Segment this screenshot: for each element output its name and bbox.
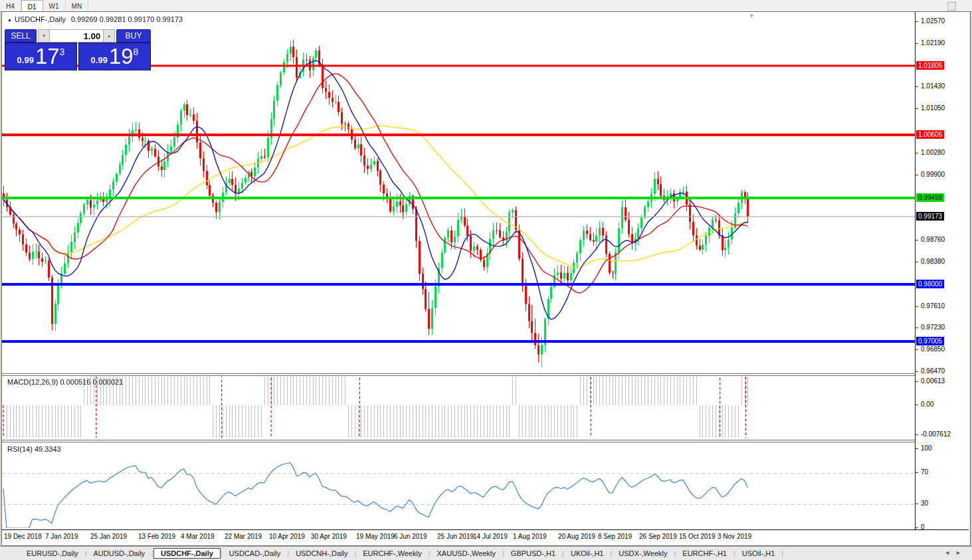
tick-dash (916, 262, 918, 262)
price-tick: 0.96850 (916, 345, 945, 353)
volume-input[interactable] (50, 29, 103, 43)
price-tick: 0.98380 (916, 258, 945, 265)
sell-price-prefix: 0.99 (17, 55, 34, 65)
date-label: 6 Jun 2019 (394, 533, 427, 540)
tick-dash (916, 349, 918, 350)
price-badge-pivot-line[interactable]: 0.99498 (916, 193, 944, 202)
price-badge-resistance-line[interactable]: 1.01806 (916, 61, 944, 70)
volume-stepper: ▾ ▴ (38, 29, 115, 43)
tick-dash (916, 175, 918, 175)
symbol-label: USDCHF-,Daily (15, 15, 66, 23)
chart-tab-eurchf-h1[interactable]: EURCHF-,H1 (676, 548, 733, 559)
tick-dash (916, 327, 918, 328)
sell-price-tile[interactable]: 0.99 17 3 (5, 43, 77, 70)
chart-tab-gbpusd-h1[interactable]: GBPUSD-,H1 (504, 548, 562, 559)
chart-tab-usdx-weekly[interactable]: USDX-,Weekly (612, 548, 674, 559)
chart-tab-usdchf-daily[interactable]: USDCHF-,Daily (153, 548, 221, 559)
macd-axis-value: 0.00 (921, 401, 933, 408)
chart-tab-usoil-h1[interactable]: USOil-,H1 (735, 548, 782, 559)
rsi-axis-value: 30 (921, 500, 928, 507)
price-badge-support-line[interactable]: 0.98000 (916, 280, 944, 288)
price-tick: 1.00280 (916, 149, 945, 156)
tick-dash (916, 504, 918, 504)
price-tick: 0.97610 (916, 302, 945, 310)
timeframe-tab-d1[interactable]: D1 (21, 0, 43, 11)
chart-tab-xauusd-weekly[interactable]: XAUUSD-,Weekly (431, 548, 502, 559)
price-axis[interactable]: 1.025701.021901.014301.010501.002800.999… (915, 12, 969, 529)
date-label: 1 Aug 2019 (513, 533, 547, 540)
volume-decrease-icon[interactable]: ▾ (38, 29, 50, 43)
tick-dash (916, 43, 918, 44)
price-tick-label: 0.97230 (921, 324, 945, 331)
tick-dash (916, 108, 918, 109)
buy-button[interactable]: BUY (116, 29, 151, 43)
tick-dash (916, 405, 918, 405)
price-tick-label: 0.98760 (921, 236, 945, 243)
toolbar-mini-button[interactable] (947, 2, 956, 11)
chart-tab-ukoil-h1[interactable]: UKOil-,H1 (564, 548, 611, 559)
tab-scroll-right-icon[interactable]: ► (955, 549, 967, 556)
price-tick-label: 1.02190 (921, 39, 945, 47)
macd-axis-value: -0.007612 (921, 430, 951, 438)
sell-price-pip: 3 (60, 47, 65, 57)
date-label: 30 Apr 2019 (311, 533, 347, 540)
chart-window: ▲USDCHF-,Daily0.99269 0.99281 0.99170 0.… (1, 11, 971, 546)
date-label: 7 Jan 2019 (45, 533, 78, 540)
macd-label: MACD(12,26,9) 0.000516 0.000021 (7, 378, 123, 386)
macd-axis-label: 0.00613 (916, 377, 945, 385)
chart-tab-usdcnh-daily[interactable]: USDCNH-,Daily (289, 548, 354, 559)
price-tick-label: 1.00280 (921, 149, 945, 156)
date-label: 19 Dec 2018 (4, 533, 42, 540)
price-tick: 0.97230 (916, 324, 945, 331)
tab-separator: | (781, 549, 783, 557)
tick-dash (916, 21, 918, 22)
price-tick: 0.99900 (916, 171, 945, 178)
tab-scroll-left-icon[interactable]: ◄ (944, 549, 955, 556)
tick-dash (916, 153, 918, 153)
chart-title: ▲USDCHF-,Daily0.99269 0.99281 0.99170 0.… (7, 15, 183, 23)
price-tick-label: 1.02570 (921, 17, 945, 25)
buy-price-big: 19 (109, 45, 134, 68)
time-axis[interactable]: 19 Dec 20187 Jan 201925 Jan 201913 Feb 2… (2, 529, 969, 545)
date-label: 19 May 2019 (356, 533, 395, 540)
price-badge-resistance-line[interactable]: 1.00606 (916, 130, 944, 139)
chart-tab-usdcad-daily[interactable]: USDCAD-,Daily (223, 548, 288, 559)
chart-tab-eurusd-daily[interactable]: EURUSD-,Daily (20, 548, 85, 559)
tick-dash (916, 472, 918, 473)
rsi-axis-label: 100 (916, 444, 932, 452)
price-tick-label: 0.97610 (921, 302, 945, 310)
chart-tab-audusd-daily[interactable]: AUDUSD-,Daily (86, 548, 151, 559)
ohlc-values: 0.99269 0.99281 0.99170 0.99173 (71, 15, 183, 23)
buy-price-pip: 8 (134, 47, 139, 57)
rsi-label: RSI(14) 49.3343 (7, 445, 61, 453)
date-label: 8 Sep 2019 (598, 533, 632, 540)
date-label: 25 Jan 2019 (90, 533, 127, 540)
price-tick: 0.96470 (916, 367, 945, 375)
tick-dash (916, 240, 918, 240)
timeframe-tab-h4[interactable]: H4 (0, 0, 21, 11)
tick-dash (916, 306, 918, 307)
timeframe-tab-mn[interactable]: MN (66, 0, 89, 11)
tick-dash (916, 86, 918, 87)
scroll-position-marker-icon[interactable]: ▼ (749, 13, 755, 19)
tick-dash (916, 434, 918, 435)
volume-increase-icon[interactable]: ▴ (103, 29, 115, 43)
buy-price-tile[interactable]: 0.99 19 8 (78, 43, 151, 70)
price-tick-label: 0.96850 (921, 345, 945, 353)
price-tick-label: 1.01430 (921, 82, 945, 90)
chart-tab-eurchf-weekly[interactable]: EURCHF-,Weekly (356, 548, 428, 559)
timeframe-tab-w1[interactable]: W1 (43, 0, 66, 11)
sell-price-big: 17 (35, 45, 60, 68)
macd-axis-label: -0.007612 (916, 430, 951, 438)
price-badge-support-line[interactable]: 0.97005 (916, 337, 944, 345)
tick-dash (916, 381, 918, 382)
date-label: 20 Aug 2019 (558, 533, 595, 540)
sell-button[interactable]: SELL (5, 29, 37, 43)
date-label: 10 Apr 2019 (269, 533, 305, 540)
one-click-trade-panel: SELL ▾ ▴ BUY 0.99 17 3 0.99 19 8 (5, 29, 151, 70)
price-tick: 1.01430 (916, 82, 945, 90)
date-label: 4 Mar 2019 (181, 533, 215, 540)
collapse-icon[interactable]: ▲ (7, 17, 12, 22)
date-label: 25 Jun 2019 (437, 533, 474, 540)
main-chart-canvas[interactable] (2, 12, 915, 529)
